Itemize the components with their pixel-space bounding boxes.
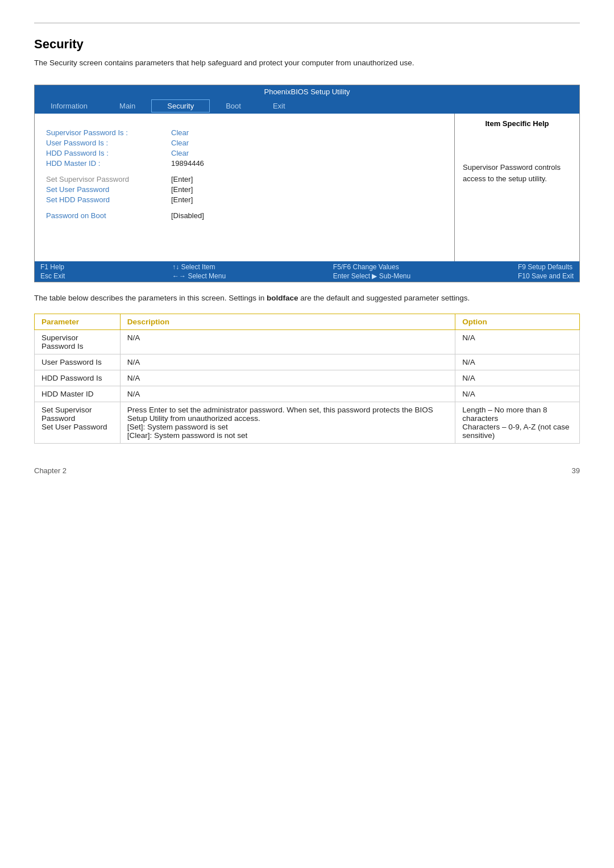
bios-nav: Information Main Security Boot Exit — [35, 98, 579, 114]
opt-supervisor-pw-is: N/A — [455, 329, 580, 354]
col-header-option: Option — [455, 314, 580, 329]
status-enter: Enter Select ▶ Sub-Menu — [333, 272, 410, 280]
bios-help-panel: Item Specific Help Supervisor Password c… — [454, 114, 579, 261]
bios-row-hdd-pw: HDD Password Is : Clear — [46, 149, 443, 157]
bios-row-pw-boot: Password on Boot [Disabled] — [46, 211, 443, 220]
footer-chapter: Chapter 2 — [34, 466, 67, 475]
set-hdd-label: Set HDD Password — [46, 195, 171, 204]
table-row: Supervisor Password Is N/A N/A — [35, 329, 580, 354]
bios-status-bar: F1 Help Esc Exit ↑↓ Select Item ←→ Selec… — [35, 261, 579, 282]
hdd-id-label: HDD Master ID : — [46, 159, 171, 168]
param-table: Parameter Description Option Supervisor … — [34, 314, 580, 444]
page-intro: The Security screen contains parameters … — [34, 57, 580, 69]
bios-row-set-supervisor: Set Supervisor Password [Enter] — [46, 175, 443, 183]
status-f9: F9 Setup Defaults — [518, 263, 574, 271]
bios-row-user-pw: User Password Is : Clear — [46, 139, 443, 147]
bios-status-left: F1 Help Esc Exit — [40, 263, 65, 280]
bios-help-title: Item Specific Help — [463, 119, 571, 128]
param-hdd-master-id: HDD Master ID — [35, 386, 121, 402]
footer-page: 39 — [572, 466, 580, 475]
param-hdd-pw-is: HDD Password Is — [35, 370, 121, 386]
set-supervisor-value: [Enter] — [171, 175, 193, 183]
bios-body: Supervisor Password Is : Clear User Pass… — [35, 114, 579, 261]
table-row: Set Supervisor PasswordSet User Password… — [35, 402, 580, 443]
param-supervisor-pw-is: Supervisor Password Is — [35, 329, 121, 354]
page-title: Security — [34, 37, 580, 52]
bios-window: PhoenixBIOS Setup Utility Information Ma… — [34, 85, 580, 282]
bios-row-set-user: Set User Password [Enter] — [46, 185, 443, 194]
status-mid2: ←→ Select Menu — [172, 272, 226, 280]
table-row: HDD Password Is N/A N/A — [35, 370, 580, 386]
table-intro: The table below describes the parameters… — [34, 293, 580, 304]
bios-title-bar: PhoenixBIOS Setup Utility — [35, 85, 579, 98]
status-mid1: ↑↓ Select Item — [172, 263, 226, 271]
nav-item-exit[interactable]: Exit — [257, 99, 301, 112]
opt-hdd-master-id: N/A — [455, 386, 580, 402]
hdd-pw-label: HDD Password Is : — [46, 149, 171, 157]
param-user-pw-is: User Password Is — [35, 354, 121, 370]
set-hdd-value: [Enter] — [171, 195, 193, 204]
page-footer: Chapter 2 39 — [34, 466, 580, 475]
bios-row-set-hdd: Set HDD Password [Enter] — [46, 195, 443, 204]
nav-item-security[interactable]: Security — [151, 99, 210, 112]
nav-item-boot[interactable]: Boot — [210, 99, 257, 112]
table-row: User Password Is N/A N/A — [35, 354, 580, 370]
bios-status-center2: F5/F6 Change Values Enter Select ▶ Sub-M… — [333, 263, 410, 280]
bios-status-mid: ↑↓ Select Item ←→ Select Menu — [172, 263, 226, 280]
pw-boot-label: Password on Boot — [46, 211, 171, 220]
col-header-parameter: Parameter — [35, 314, 121, 329]
desc-hdd-master-id: N/A — [120, 386, 455, 402]
user-pw-value: Clear — [171, 139, 189, 147]
col-header-description: Description — [120, 314, 455, 329]
desc-user-pw-is: N/A — [120, 354, 455, 370]
table-row: HDD Master ID N/A N/A — [35, 386, 580, 402]
opt-set-passwords: Length – No more than 8 characters Chara… — [455, 402, 580, 443]
desc-supervisor-pw-is: N/A — [120, 329, 455, 354]
pw-boot-value: [Disabled] — [171, 211, 204, 220]
supervisor-pw-label: Supervisor Password Is : — [46, 128, 171, 137]
desc-set-passwords: Press Enter to set the administrator pas… — [120, 402, 455, 443]
set-user-value: [Enter] — [171, 185, 193, 194]
opt-user-pw-is: N/A — [455, 354, 580, 370]
hdd-id-value: 19894446 — [171, 159, 204, 168]
status-f5f6: F5/F6 Change Values — [333, 263, 410, 271]
nav-item-main[interactable]: Main — [103, 99, 151, 112]
supervisor-pw-value: Clear — [171, 128, 189, 137]
set-user-label: Set User Password — [46, 185, 171, 194]
bios-row-hdd-id: HDD Master ID : 19894446 — [46, 159, 443, 168]
user-pw-label: User Password Is : — [46, 139, 171, 147]
bios-row-supervisor-pw: Supervisor Password Is : Clear — [46, 128, 443, 137]
bios-status-right: F9 Setup Defaults F10 Save and Exit — [518, 263, 574, 280]
set-supervisor-label: Set Supervisor Password — [46, 175, 171, 183]
nav-item-information[interactable]: Information — [35, 99, 103, 112]
bios-help-text: Supervisor Password controls access to t… — [463, 162, 571, 184]
top-divider — [34, 23, 580, 23]
hdd-pw-value: Clear — [171, 149, 189, 157]
status-esc: Esc Exit — [40, 272, 65, 280]
status-f1: F1 Help — [40, 263, 65, 271]
param-set-passwords: Set Supervisor PasswordSet User Password — [35, 402, 121, 443]
opt-hdd-pw-is: N/A — [455, 370, 580, 386]
status-f10: F10 Save and Exit — [518, 272, 574, 280]
bios-main: Supervisor Password Is : Clear User Pass… — [35, 114, 454, 261]
desc-hdd-pw-is: N/A — [120, 370, 455, 386]
